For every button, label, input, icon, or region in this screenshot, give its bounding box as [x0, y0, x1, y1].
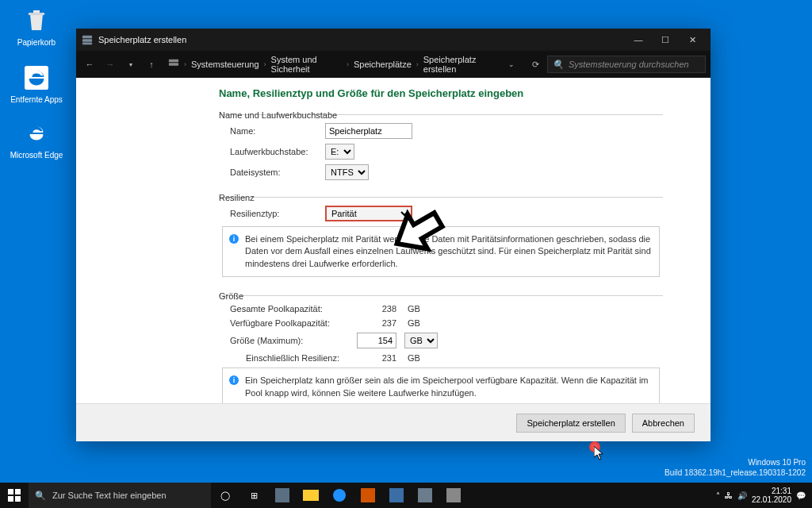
system-tray[interactable]: ˄ 🖧 🔊 21:31 22.01.2020 💬 — [710, 487, 812, 504]
taskbar[interactable]: 🔍 Zur Suche Text hier eingeben ◯ ⊞ ˄ 🖧 🔊… — [0, 483, 812, 508]
desktop-icon-remote-apps[interactable]: Entfernte Apps — [8, 64, 65, 104]
resiliency-type-label: Resilienztyp: — [230, 209, 325, 218]
svg-rect-15 — [361, 488, 375, 502]
svg-rect-5 — [169, 60, 178, 63]
taskbar-search-input[interactable]: 🔍 Zur Suche Text hier eingeben — [29, 483, 211, 508]
storage-spaces-icon — [81, 33, 94, 46]
search-input[interactable]: 🔍 Systemsteuerung durchsuchen — [547, 56, 706, 73]
start-button[interactable] — [0, 483, 29, 508]
close-button[interactable]: ✕ — [679, 29, 706, 51]
taskbar-app[interactable] — [325, 483, 354, 508]
desktop-icon-label: Entfernte Apps — [8, 95, 65, 104]
chevron-down-icon[interactable]: ⌄ — [504, 56, 519, 73]
total-capacity-value: 238 — [357, 304, 396, 314]
drive-letter-select[interactable]: E: — [325, 144, 354, 160]
section-size: Größe Gesamte Poolkapazität: 238 GB Verf… — [219, 291, 663, 403]
taskbar-app[interactable] — [439, 483, 468, 508]
svg-rect-0 — [25, 66, 48, 90]
recent-button[interactable]: ▾ — [122, 56, 140, 73]
breadcrumb[interactable]: › Systemsteuerung› System und Sicherheit… — [168, 55, 519, 74]
svg-rect-6 — [169, 63, 178, 66]
desktop-icon-label: Microsoft Edge — [8, 151, 65, 160]
svg-rect-16 — [389, 488, 404, 502]
size-unit-select[interactable]: GB — [404, 333, 438, 348]
taskbar-app[interactable] — [382, 483, 411, 508]
back-button[interactable]: ← — [81, 56, 98, 73]
network-icon[interactable]: 🖧 — [725, 491, 733, 500]
name-input[interactable] — [325, 123, 412, 139]
including-resiliency-unit: GB — [408, 353, 439, 363]
taskbar-clock[interactable]: 21:31 22.01.2020 — [752, 487, 791, 504]
drive-letter-label: Laufwerkbuchstabe: — [230, 147, 325, 156]
tray-chevron-icon[interactable]: ˄ — [716, 491, 720, 500]
search-icon: 🔍 — [35, 491, 46, 501]
svg-rect-1 — [25, 121, 48, 145]
taskbar-app[interactable] — [354, 483, 382, 508]
name-label: Name: — [230, 126, 325, 136]
page-title: Name, Resilienztyp und Größe für den Spe… — [219, 87, 663, 99]
available-capacity-value: 237 — [357, 318, 396, 328]
resiliency-type-select[interactable]: Parität — [325, 206, 412, 221]
navbar: ← → ▾ ↑ › Systemsteuerung› System und Si… — [76, 51, 710, 78]
section-name-drive: Name und Laufwerkbuchstabe Name: Laufwer… — [219, 110, 663, 185]
info-icon: i — [229, 234, 239, 244]
edge-icon — [22, 119, 51, 148]
annotation-click-cursor — [589, 441, 600, 452]
recycle-bin-icon — [22, 6, 51, 35]
create-storage-space-button[interactable]: Speicherplatz erstellen — [516, 414, 625, 433]
forward-button[interactable]: → — [102, 56, 119, 73]
taskbar-app[interactable] — [297, 483, 325, 508]
edge-legacy-icon — [22, 64, 51, 92]
control-panel-window: Speicherplatz erstellen — ☐ ✕ ← → ▾ ↑ › … — [76, 29, 710, 441]
including-resiliency-value: 231 — [357, 353, 396, 363]
desktop-icon-edge[interactable]: Microsoft Edge — [8, 119, 65, 160]
titlebar[interactable]: Speicherplatz erstellen — ☐ ✕ — [76, 29, 710, 51]
content-area: Name, Resilienztyp und Größe für den Spe… — [76, 78, 710, 403]
cancel-button[interactable]: Abbrechen — [632, 414, 695, 433]
size-max-label: Größe (Maximum): — [230, 336, 357, 345]
total-capacity-unit: GB — [408, 304, 439, 314]
cortana-icon[interactable]: ◯ — [211, 483, 239, 508]
filesystem-select[interactable]: NTFS — [325, 164, 369, 180]
maximize-button[interactable]: ☐ — [652, 29, 679, 51]
action-center-icon[interactable]: 💬 — [796, 491, 806, 500]
windows-watermark: Windows 10 Pro Build 18362.19h1_release.… — [665, 457, 806, 478]
svg-rect-10 — [8, 496, 13, 502]
svg-rect-2 — [82, 36, 92, 39]
volume-icon[interactable]: 🔊 — [737, 491, 747, 500]
refresh-button[interactable]: ⟳ — [527, 56, 544, 73]
storage-spaces-icon — [168, 58, 179, 71]
svg-rect-8 — [8, 489, 13, 495]
window-title: Speicherplatz erstellen — [98, 35, 186, 44]
size-info-box: i Ein Speicherplatz kann größer sein als… — [222, 368, 660, 403]
svg-rect-12 — [275, 488, 289, 502]
up-button[interactable]: ↑ — [143, 56, 160, 73]
svg-rect-11 — [15, 496, 21, 502]
info-icon: i — [229, 375, 239, 385]
minimize-button[interactable]: — — [625, 29, 652, 51]
size-max-input[interactable] — [357, 333, 396, 348]
resiliency-info-box: i Bei einem Speicherplatz mit Parität we… — [222, 226, 660, 277]
svg-rect-13 — [303, 490, 319, 501]
dialog-footer: Speicherplatz erstellen Abbrechen — [76, 403, 710, 441]
desktop-icon-recycle-bin[interactable]: Papierkorb — [8, 6, 65, 47]
available-capacity-label: Verfügbare Poolkapazität: — [230, 318, 357, 328]
search-icon: 🔍 — [553, 60, 564, 70]
svg-rect-4 — [82, 43, 92, 45]
section-resiliency: Resilienz Resilienztyp: Parität i Bei ei… — [219, 193, 663, 283]
svg-rect-9 — [15, 489, 21, 495]
taskbar-app[interactable] — [411, 483, 439, 508]
svg-rect-17 — [418, 488, 432, 502]
filesystem-label: Dateisystem: — [230, 167, 325, 177]
taskbar-app[interactable] — [268, 483, 297, 508]
svg-point-14 — [333, 489, 346, 502]
svg-rect-3 — [82, 39, 92, 42]
svg-rect-18 — [446, 488, 461, 502]
available-capacity-unit: GB — [408, 318, 439, 328]
desktop-icon-label: Papierkorb — [8, 38, 65, 47]
task-view-icon[interactable]: ⊞ — [239, 483, 268, 508]
including-resiliency-label: Einschließlich Resilienz: — [246, 353, 357, 363]
total-capacity-label: Gesamte Poolkapazität: — [230, 304, 357, 314]
